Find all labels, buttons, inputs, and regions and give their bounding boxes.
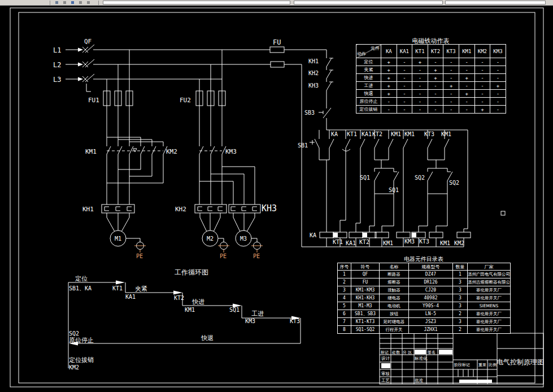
- tb-label-mark: 标记: [380, 350, 389, 355]
- coil-ka1: [349, 232, 363, 238]
- column-header: 数量: [453, 263, 468, 271]
- label-fu1: FU1: [88, 97, 99, 104]
- toolbar-button-icon[interactable]: [55, 1, 58, 4]
- cad-viewport[interactable]: L1 L2 L3 QF FU1 FU2 FU: [0, 6, 553, 392]
- table-cell: 3: [453, 302, 468, 310]
- application-window: L1 L2 L3 QF FU1 FU2 FU: [0, 0, 553, 392]
- table-row: 定位拔销------+-: [356, 106, 506, 114]
- toolbar-button-icon[interactable]: [63, 1, 66, 4]
- table-cell: 6: [338, 310, 351, 318]
- table-cell: -: [381, 98, 397, 106]
- table-cell: 4: [338, 294, 351, 302]
- table-row: 7KT1-KT3延时继电器JSZ33赛伦斯开关厂: [338, 318, 511, 326]
- table-cell: JSZ3: [409, 318, 453, 326]
- table-cell: -: [428, 58, 443, 66]
- table-cell: -: [443, 66, 459, 74]
- toolbar-button-icon[interactable]: [79, 1, 82, 4]
- table-cell: -: [443, 74, 459, 82]
- table-row: 2FU熔断器DR1263温州吉熔熔断器有限公司: [338, 278, 511, 286]
- table-cell: +: [459, 90, 474, 98]
- toolbar-strip: [0, 0, 553, 6]
- table-cell: -: [459, 98, 474, 106]
- contactor-km3: KM3: [199, 144, 255, 204]
- table-cell: -: [474, 90, 490, 98]
- toolbar-combobox-linetype[interactable]: [445, 1, 546, 5]
- table-cell: 2: [453, 310, 468, 318]
- table-cell: -: [412, 106, 428, 114]
- cycle-final-state: 定位拔销: [69, 356, 94, 364]
- table-cell: -: [490, 66, 506, 74]
- action-table-header-row: 元件 动作 KAKA1KT1KT2KT3KM1KM2KM3: [356, 45, 506, 58]
- column-header: KM1: [459, 45, 474, 58]
- cycle-step1-end: KT1: [112, 285, 123, 291]
- table-cell: -: [443, 98, 459, 106]
- label-sq1-nc: SQ1: [389, 187, 399, 193]
- label-branch-ka: KA: [331, 131, 338, 137]
- table-cell: -: [397, 74, 412, 82]
- table-cell: 5: [338, 302, 351, 310]
- table-cell: 8: [338, 326, 351, 334]
- table-cell: DR126: [409, 278, 453, 286]
- column-header: 名称: [380, 263, 409, 271]
- power-supply-lines: L1 L2 L3 QF: [53, 38, 326, 92]
- table-cell: -: [397, 66, 412, 74]
- table-cell: JZHX1: [409, 326, 453, 334]
- label-coil-km2: KM2: [454, 240, 464, 246]
- table-cell: 赛伦斯开关厂: [468, 286, 511, 294]
- table-cell: -: [381, 106, 397, 114]
- coil-km1: [375, 232, 389, 238]
- cycle-step2-out: KM1: [185, 307, 195, 313]
- table-cell: -: [474, 74, 490, 82]
- table-cell: 40982: [409, 294, 453, 302]
- toolbar-button-icon[interactable]: [87, 1, 90, 4]
- interlock-marker: [133, 149, 137, 152]
- cycle-return-state: 原位停止: [69, 337, 94, 344]
- table-cell: 工进: [356, 82, 381, 90]
- label-coil-kt3: KT3: [419, 238, 429, 245]
- cycle-return: 快退: [201, 334, 214, 342]
- label-l3: L3: [53, 76, 61, 84]
- table-cell: -: [490, 90, 506, 98]
- title-block-highlight-field: [439, 350, 452, 354]
- table-row: 4KH1-KH3继电器409823赛伦斯开关厂: [338, 294, 511, 302]
- label-branch-km1b: KM1: [404, 131, 415, 137]
- table-cell: -: [428, 106, 443, 114]
- tb-label-standardize: 标准化: [414, 356, 428, 361]
- table-cell: -: [443, 90, 459, 98]
- label-ctrl-kh1: KH1: [308, 58, 319, 64]
- label-sq1-no: SQ1: [360, 175, 370, 181]
- toolbar-combobox-layer[interactable]: [103, 1, 290, 5]
- table-cell: -: [474, 58, 490, 66]
- label-ctrl-kh3: KH3: [308, 82, 319, 89]
- table-cell: 3: [453, 318, 468, 326]
- label-coil-km1b: KM1: [440, 240, 450, 246]
- coil-kt1-timer-mark: [333, 233, 338, 237]
- label-pe-3: PE: [253, 253, 260, 259]
- cycle-step1-trigger: SB1、KA: [69, 285, 92, 291]
- table-cell: -: [490, 98, 506, 106]
- table-cell: 1: [338, 271, 351, 278]
- coil-kt3-timer-mark: [412, 233, 416, 237]
- label-sq2-no: SQ2: [415, 175, 425, 181]
- toolbar-button-icon[interactable]: [71, 1, 74, 4]
- table-cell: +: [443, 82, 459, 90]
- cycle-return-trigger: SQ2: [69, 330, 79, 337]
- label-sq2-nc: SQ2: [449, 180, 459, 186]
- column-header: KT1: [412, 45, 428, 58]
- label-ctrl-kh2: KH2: [308, 70, 319, 76]
- label-coil-km3: KM3: [404, 238, 415, 245]
- corner-label-component: 元件: [371, 45, 380, 51]
- table-cell: -: [397, 82, 412, 90]
- tb-label-sign: 签名: [428, 350, 436, 355]
- column-header: KM3: [490, 45, 506, 58]
- label-branch-kt2: KT2: [372, 131, 382, 137]
- table-cell: KM1-KM3: [351, 286, 380, 294]
- table-cell: M1-M3: [351, 302, 380, 310]
- table-row: 工进+---+--+: [356, 82, 506, 90]
- label-branch-km1c: KM1: [441, 131, 451, 137]
- cycle-step3: 快进: [191, 298, 204, 306]
- tb-label-approve: 批准: [415, 378, 424, 383]
- toolbar-combobox-color[interactable]: [294, 1, 443, 5]
- cycle-step2-end: KT2: [174, 295, 184, 301]
- label-branch-ka1: KA1: [362, 131, 372, 137]
